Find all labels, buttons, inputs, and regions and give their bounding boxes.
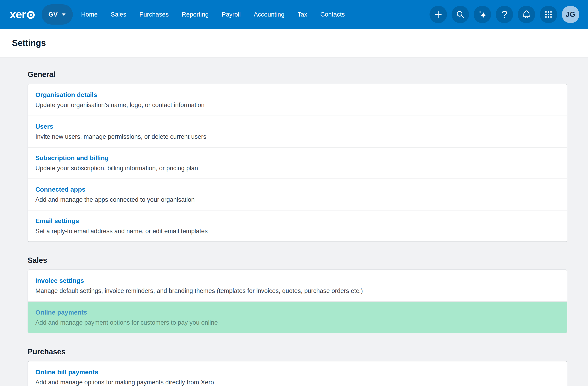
settings-item-connected-apps[interactable]: Connected apps Add and manage the apps c…	[28, 178, 567, 210]
invoice-settings-link[interactable]: Invoice settings	[35, 277, 84, 284]
plus-icon	[433, 9, 443, 20]
search-icon	[455, 9, 465, 20]
page-header: Settings	[0, 29, 588, 57]
settings-section-purchases: Purchases Online bill payments Add and m…	[28, 348, 567, 386]
user-avatar[interactable]: JG	[562, 6, 579, 23]
section-heading-general: General	[28, 70, 567, 79]
org-switcher[interactable]: GV	[42, 4, 73, 24]
sparkle-icon	[477, 9, 488, 20]
settings-card-purchases: Online bill payments Add and manage opti…	[28, 361, 567, 386]
bell-icon	[521, 9, 532, 20]
nav-item-sales[interactable]: Sales	[111, 11, 126, 18]
main-nav: HomeSalesPurchasesReportingPayrollAccoun…	[81, 11, 345, 18]
connected-apps-link[interactable]: Connected apps	[35, 186, 85, 193]
connected-apps-description: Add and manage the apps connected to you…	[35, 196, 560, 203]
email-settings-description: Set a reply-to email address and name, o…	[35, 228, 560, 235]
organisation-details-link[interactable]: Organisation details	[35, 91, 97, 99]
users-description: Invite new users, manage permissions, or…	[35, 133, 560, 140]
nav-item-tax[interactable]: Tax	[297, 11, 307, 18]
settings-section-general: General Organisation details Update your…	[28, 70, 567, 242]
help-button[interactable]: ?	[496, 6, 513, 23]
section-heading-purchases: Purchases	[28, 348, 567, 356]
notifications-button[interactable]	[518, 6, 535, 23]
nav-item-purchases[interactable]: Purchases	[139, 11, 169, 18]
xero-logo-o-icon	[26, 11, 35, 19]
users-link[interactable]: Users	[35, 123, 53, 130]
settings-section-sales: Sales Invoice settings Manage default se…	[28, 256, 567, 333]
add-button[interactable]	[430, 6, 447, 23]
nav-item-home[interactable]: Home	[81, 11, 98, 18]
organisation-details-description: Update your organisation’s name, logo, o…	[35, 102, 560, 109]
question-mark-icon: ?	[502, 9, 507, 20]
apps-menu-button[interactable]	[540, 6, 557, 23]
settings-item-invoice-settings[interactable]: Invoice settings Manage default settings…	[28, 270, 567, 301]
nav-item-reporting[interactable]: Reporting	[182, 11, 209, 18]
nav-item-payroll[interactable]: Payroll	[222, 11, 241, 18]
navbar-actions: ? JG	[430, 6, 579, 23]
email-settings-link[interactable]: Email settings	[35, 217, 79, 225]
nav-item-contacts[interactable]: Contacts	[320, 11, 345, 18]
subscription-and-billing-link[interactable]: Subscription and billing	[35, 154, 109, 162]
xero-logo-text: xer	[10, 9, 26, 20]
search-button[interactable]	[452, 6, 469, 23]
settings-item-online-bill-payments[interactable]: Online bill payments Add and manage opti…	[28, 362, 567, 386]
nav-item-accounting[interactable]: Accounting	[254, 11, 285, 18]
settings-item-email-settings[interactable]: Email settings Set a reply-to email addr…	[28, 210, 567, 241]
online-bill-payments-description: Add and manage options for making paymen…	[35, 379, 560, 386]
invoice-settings-description: Manage default settings, invoice reminde…	[35, 287, 560, 295]
online-bill-payments-link[interactable]: Online bill payments	[35, 368, 98, 376]
top-navbar: xer GV HomeSalesPurchasesReportingPayrol…	[0, 0, 588, 29]
xero-logo[interactable]: xer	[10, 9, 35, 20]
online-payments-description: Add and manage payment options for custo…	[35, 319, 560, 326]
section-heading-sales: Sales	[28, 256, 567, 264]
chevron-down-icon	[61, 13, 66, 16]
settings-item-organisation-details[interactable]: Organisation details Update your organis…	[28, 84, 567, 116]
page-title: Settings	[12, 38, 46, 48]
org-switcher-label: GV	[48, 11, 58, 18]
settings-card-sales: Invoice settings Manage default settings…	[28, 270, 567, 333]
settings-card-general: Organisation details Update your organis…	[28, 84, 567, 242]
subscription-and-billing-description: Update your subscription, billing inform…	[35, 165, 560, 172]
online-payments-link[interactable]: Online payments	[35, 309, 87, 316]
settings-content: General Organisation details Update your…	[0, 57, 588, 386]
settings-item-online-payments[interactable]: Online payments Add and manage payment o…	[28, 301, 567, 333]
ai-assistant-button[interactable]	[474, 6, 491, 23]
settings-item-subscription-and-billing[interactable]: Subscription and billing Update your sub…	[28, 147, 567, 178]
settings-item-users[interactable]: Users Invite new users, manage permissio…	[28, 116, 567, 147]
grid-dots-icon	[543, 9, 554, 20]
